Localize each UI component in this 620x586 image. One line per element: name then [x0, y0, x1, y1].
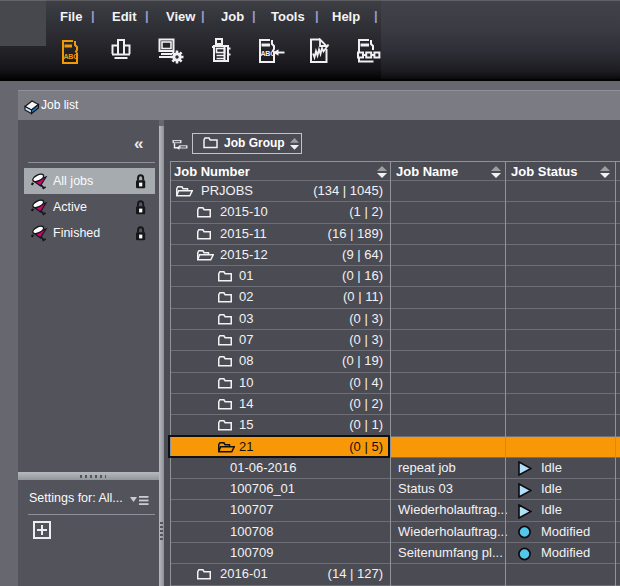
svg-text:ABC: ABC [261, 50, 276, 57]
svg-text:ABC: ABC [64, 53, 79, 60]
